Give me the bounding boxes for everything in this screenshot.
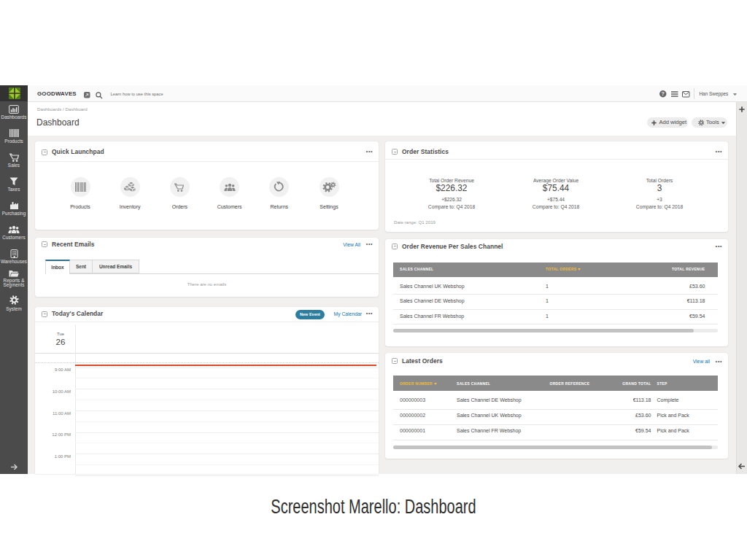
svg-text:?: ? (661, 91, 664, 96)
